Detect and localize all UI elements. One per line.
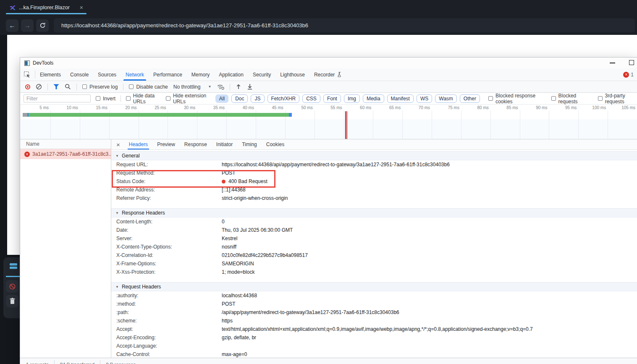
header-value: 400 Bad Request bbox=[222, 178, 267, 184]
screen: ...ka.Finxplorer.Blazor × ← → https://lo… bbox=[0, 0, 637, 364]
header-name: X-Frame-Options: bbox=[116, 261, 222, 267]
server-list-icon[interactable] bbox=[9, 263, 18, 271]
clear-button[interactable] bbox=[36, 84, 42, 90]
hide-data-urls-checkbox[interactable]: Hide data URLs bbox=[126, 93, 161, 105]
app-icon-rail bbox=[3, 257, 20, 318]
header-row: Accept-Encoding:gzip, deflate, br bbox=[111, 333, 637, 342]
search-button[interactable] bbox=[65, 84, 71, 90]
maximize-icon[interactable] bbox=[629, 60, 634, 65]
ruler-tick-label: 50 ms bbox=[301, 105, 314, 110]
ruler-gridline bbox=[490, 110, 491, 139]
hide-extension-urls-checkbox[interactable]: Hide extension URLs bbox=[166, 93, 210, 105]
header-row: X-Frame-Options:SAMEORIGIN bbox=[111, 259, 637, 268]
filter-chip-media[interactable]: Media bbox=[363, 94, 384, 103]
filter-chip-font[interactable]: Font bbox=[323, 94, 341, 103]
header-name: Referrer Policy: bbox=[116, 195, 222, 201]
header-row: :path:/api/app/payment/redirect-to-gatew… bbox=[111, 308, 637, 317]
request-row[interactable]: ×3a1ae127-2951-7aa6-61ff-31c8c3... bbox=[20, 149, 111, 159]
invert-checkbox[interactable]: Invert bbox=[96, 96, 115, 102]
network-conditions-button[interactable] bbox=[217, 84, 224, 90]
minimize-icon[interactable] bbox=[610, 63, 615, 63]
devtools-titlebar: DevTools bbox=[20, 58, 637, 68]
detail-tab-cookies[interactable]: Cookies bbox=[262, 139, 289, 149]
filter-chip-img[interactable]: Img bbox=[344, 94, 360, 103]
filter-chip-other[interactable]: Other bbox=[460, 94, 480, 103]
back-button[interactable]: ← bbox=[6, 19, 18, 32]
filter-chip-manifest[interactable]: Manifest bbox=[387, 94, 414, 103]
reload-button[interactable] bbox=[36, 19, 49, 32]
header-row: X-Content-Type-Options:nosniff bbox=[111, 243, 637, 251]
devtools-tab-network[interactable]: Network bbox=[121, 68, 149, 81]
devtools-tab-recorder[interactable]: Recorder bbox=[309, 68, 346, 81]
error-badge[interactable]: × 1 bbox=[623, 68, 634, 81]
header-row: X-Xss-Protection:1; mode=block bbox=[111, 268, 637, 276]
devtools-tab-security[interactable]: Security bbox=[248, 68, 275, 81]
filter-chip-wasm[interactable]: Wasm bbox=[435, 94, 457, 103]
filter-chip-doc[interactable]: Doc bbox=[231, 94, 248, 103]
ruler-gridline bbox=[344, 110, 344, 139]
header-value: Thu, 03 Jul 2025 06:30:00 GMT bbox=[222, 227, 293, 233]
detail-tab-headers[interactable]: Headers bbox=[124, 139, 152, 149]
section-header-request-headers[interactable]: ▼Request Headers bbox=[111, 282, 637, 291]
filter-chip-ws[interactable]: WS bbox=[417, 94, 432, 103]
devtools-tab-application[interactable]: Application bbox=[214, 68, 248, 81]
close-tab-icon[interactable]: × bbox=[80, 4, 83, 11]
browser-tab[interactable]: ...ka.Finxplorer.Blazor × bbox=[6, 2, 87, 13]
disable-cache-checkbox[interactable]: Disable cache bbox=[129, 84, 168, 90]
filter-toggle-button[interactable] bbox=[53, 84, 59, 89]
filter-input[interactable] bbox=[24, 94, 91, 102]
devtools-tab-lighthouse[interactable]: Lighthouse bbox=[275, 68, 309, 81]
close-detail-icon[interactable]: × bbox=[111, 139, 124, 149]
inspect-button[interactable] bbox=[20, 71, 35, 79]
blocked-cookies-label: Blocked response cookies bbox=[495, 93, 542, 105]
throttling-select[interactable]: No throttling ▼ bbox=[173, 84, 212, 90]
browser-navbar: ← → https://localhost:44368/api/app/paym… bbox=[0, 16, 637, 35]
delete-button[interactable] bbox=[6, 295, 18, 307]
overview-strip bbox=[20, 119, 637, 139]
ruler-gridline bbox=[578, 110, 579, 139]
detail-tab-preview[interactable]: Preview bbox=[152, 139, 180, 149]
invert-label: Invert bbox=[103, 96, 115, 102]
section-header-response-headers[interactable]: ▼Response Headers bbox=[111, 208, 637, 217]
devtools-tab-performance[interactable]: Performance bbox=[149, 68, 187, 81]
devtools-tab-elements[interactable]: Elements bbox=[35, 68, 66, 81]
devtools-tab-console[interactable]: Console bbox=[66, 68, 93, 81]
filter-chip-css[interactable]: CSS bbox=[302, 94, 320, 103]
ruler-tick-label: 95 ms bbox=[565, 105, 578, 110]
filter-chip-all[interactable]: All bbox=[215, 94, 228, 103]
tab-label: Application bbox=[219, 72, 244, 78]
devtools-tab-sources[interactable]: Sources bbox=[93, 68, 121, 81]
filter-chip-js[interactable]: JS bbox=[251, 94, 264, 103]
third-party-checkbox[interactable]: 3rd-party requests bbox=[598, 93, 637, 105]
hide-extension-urls-label: Hide extension URLs bbox=[173, 93, 210, 105]
url-bar[interactable]: https://localhost:44368/api/app/payment/… bbox=[54, 18, 635, 32]
detail-tab-response[interactable]: Response bbox=[180, 139, 212, 149]
forward-button[interactable]: → bbox=[21, 19, 34, 32]
record-button[interactable] bbox=[25, 84, 30, 89]
tab-label: Elements bbox=[40, 72, 61, 78]
network-overview-timeline[interactable]: 5 ms10 ms15 ms20 ms25 ms30 ms35 ms40 ms4… bbox=[20, 105, 637, 139]
block-icon bbox=[9, 283, 16, 290]
preserve-log-checkbox[interactable]: Preserve log bbox=[82, 84, 118, 90]
header-name: X-Content-Type-Options: bbox=[116, 244, 222, 250]
back-icon: ← bbox=[9, 22, 16, 29]
section-header-general[interactable]: ▼General bbox=[111, 151, 637, 160]
import-har-button[interactable] bbox=[236, 84, 241, 90]
header-row: Server:Kestrel bbox=[111, 234, 637, 243]
devtools-tab-memory[interactable]: Memory bbox=[187, 68, 214, 81]
checkbox-icon bbox=[129, 84, 134, 89]
app-logo-icon bbox=[9, 4, 16, 11]
filter-chip-fetch-xhr[interactable]: Fetch/XHR bbox=[267, 94, 300, 103]
throttling-value: No throttling bbox=[173, 84, 201, 90]
header-value: https://localhost:44368/api/app/payment/… bbox=[222, 162, 450, 168]
header-value: strict-origin-when-cross-origin bbox=[222, 195, 288, 201]
detail-tab-initiator[interactable]: Initiator bbox=[212, 139, 237, 149]
ruler-tick-label: 15 ms bbox=[96, 105, 109, 110]
blocked-requests-checkbox[interactable]: Blocked requests bbox=[551, 93, 589, 105]
export-har-button[interactable] bbox=[247, 84, 253, 90]
detail-tab-timing[interactable]: Timing bbox=[237, 139, 262, 149]
ruler-gridline bbox=[402, 110, 403, 139]
blocked-cookies-checkbox[interactable]: Blocked response cookies bbox=[488, 93, 542, 105]
block-button[interactable] bbox=[6, 280, 18, 293]
name-column-header[interactable]: Name bbox=[20, 139, 111, 149]
